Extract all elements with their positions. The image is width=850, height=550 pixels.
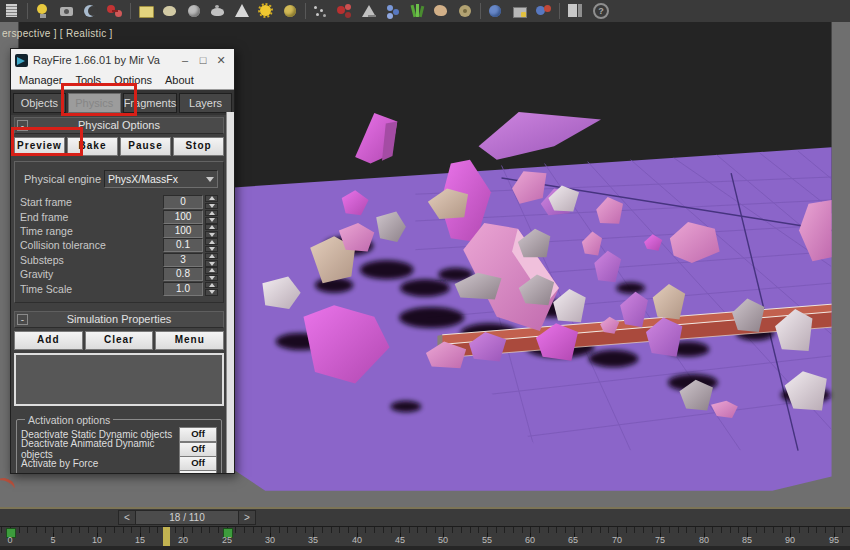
close-button[interactable]: ✕: [212, 54, 230, 67]
viewport-label[interactable]: erspective ] [ Realistic ]: [2, 28, 113, 39]
tab-physics[interactable]: Physics: [68, 93, 121, 113]
playhead-slider[interactable]: [163, 527, 170, 546]
tick-label: 70: [612, 535, 622, 545]
foliage-icon[interactable]: [406, 2, 428, 20]
tick-label: 50: [438, 535, 448, 545]
blue-sphere-icon[interactable]: [485, 2, 507, 20]
blob-icon[interactable]: [159, 2, 181, 20]
spinner[interactable]: [205, 224, 218, 238]
menu-tools[interactable]: Tools: [75, 74, 101, 86]
dialog-scrollbar[interactable]: [226, 112, 234, 473]
spinner[interactable]: [205, 238, 218, 252]
menu-about[interactable]: About: [165, 74, 194, 86]
preview-button[interactable]: Preview: [14, 137, 65, 156]
spinner[interactable]: [205, 195, 218, 209]
tick-label: 85: [742, 535, 752, 545]
spinner[interactable]: [205, 282, 218, 296]
collapse-icon[interactable]: -: [17, 314, 28, 325]
current-frame-display[interactable]: 18 / 110: [136, 510, 238, 525]
field-label: Start frame: [20, 196, 163, 208]
menu-options[interactable]: Options: [114, 74, 152, 86]
stop-button[interactable]: Stop: [173, 137, 224, 156]
coin-icon[interactable]: [454, 2, 476, 20]
maximize-button[interactable]: □: [194, 54, 212, 66]
previous-frame-button[interactable]: <: [118, 510, 136, 525]
timeline-ruler[interactable]: 0 5 10 15 20 25 30 35 40 45 50 55 60 65 …: [0, 526, 850, 546]
rayfire-window: RayFire 1.66.01 by Mir Va – □ ✕ Manager …: [10, 48, 235, 474]
sun-icon[interactable]: [255, 2, 277, 20]
tick-label: 30: [265, 535, 275, 545]
spinner[interactable]: [205, 210, 218, 224]
menu-manager[interactable]: Manager: [19, 74, 62, 86]
collision-tolerance-input[interactable]: 0.1: [163, 238, 203, 252]
activate-by-force-toggle[interactable]: Off: [179, 456, 217, 471]
spray-icon[interactable]: [310, 2, 332, 20]
question-glyph: ?: [593, 3, 609, 19]
toolbar-separator: [130, 3, 131, 19]
field-label: Time range: [20, 225, 163, 237]
main-toolbar: ?: [0, 0, 850, 23]
tick-label: 95: [829, 535, 839, 545]
activation-label: Activate by Force: [21, 458, 179, 469]
panel-icon[interactable]: [1, 2, 23, 20]
field-label: End frame: [20, 211, 163, 223]
menu-button[interactable]: Menu: [155, 331, 224, 350]
molecule-icon[interactable]: [334, 2, 356, 20]
timeline: < 18 / 110 > 0 5 10 15 20 25 30 35 40 45…: [0, 507, 850, 550]
deactivate-animated-toggle[interactable]: Off: [179, 442, 217, 457]
snowflake-icon[interactable]: [382, 2, 404, 20]
next-frame-button[interactable]: >: [238, 510, 256, 525]
gravity-input[interactable]: 0.8: [163, 267, 203, 281]
tab-layers[interactable]: Layers: [179, 93, 232, 113]
camera-icon[interactable]: [56, 2, 78, 20]
time-scale-input[interactable]: 1.0: [163, 282, 203, 296]
help-icon[interactable]: ?: [588, 2, 610, 20]
sphere-pair-icon[interactable]: [533, 2, 555, 20]
minimize-button[interactable]: –: [176, 54, 194, 66]
toolbar-separator: [305, 3, 306, 19]
hand-icon[interactable]: [430, 2, 452, 20]
substeps-input[interactable]: 3: [163, 253, 203, 267]
lightbulb-icon[interactable]: [32, 2, 54, 20]
tick-label: 45: [395, 535, 405, 545]
engine-label: Physical engine: [20, 173, 104, 185]
tab-fragments[interactable]: Fragments: [123, 93, 178, 113]
simulation-objects-list[interactable]: [14, 353, 224, 406]
toolbar-separator: [480, 3, 481, 19]
collapse-icon[interactable]: -: [17, 120, 28, 131]
bake-button[interactable]: Bake: [67, 137, 118, 156]
sphere-icon[interactable]: [183, 2, 205, 20]
physical-options-body: Physical engine PhysX/MassFx Start frame…: [14, 161, 224, 303]
tab-objects[interactable]: Objects: [13, 93, 66, 113]
geosphere-icon[interactable]: [279, 2, 301, 20]
rayfire-titlebar[interactable]: RayFire 1.66.01 by Mir Va – □ ✕: [11, 49, 234, 71]
lock-icon[interactable]: [509, 2, 531, 20]
clear-button[interactable]: Clear: [85, 331, 154, 350]
cone-icon[interactable]: [231, 2, 253, 20]
spinner[interactable]: [205, 267, 218, 281]
pyramid-icon[interactable]: [358, 2, 380, 20]
rayfire-logo-icon: [15, 54, 28, 67]
teapot-icon[interactable]: [207, 2, 229, 20]
engine-select[interactable]: PhysX/MassFx: [104, 170, 218, 188]
section-title: Physical Options: [78, 119, 160, 131]
add-button[interactable]: Add: [14, 331, 83, 350]
activate-by-geometry-toggle[interactable]: Off: [179, 470, 217, 474]
end-frame-input[interactable]: 100: [163, 210, 203, 224]
layout-icon[interactable]: [564, 2, 586, 20]
spinner[interactable]: [205, 253, 218, 267]
deactivate-static-toggle[interactable]: Off: [179, 427, 217, 442]
simulation-properties-header[interactable]: - Simulation Properties: [14, 311, 224, 328]
field-label: Gravity: [20, 268, 163, 280]
moon-icon[interactable]: [80, 2, 102, 20]
frame-indicator-row: < 18 / 110 >: [0, 509, 850, 526]
activation-label: Activate by Geometry: [21, 472, 179, 474]
box-icon[interactable]: [135, 2, 157, 20]
pause-button[interactable]: Pause: [120, 137, 171, 156]
physics-panel: - Physical Options Preview Bake Pause St…: [11, 115, 234, 474]
physical-options-header[interactable]: - Physical Options: [14, 117, 224, 134]
tick-label: 55: [482, 535, 492, 545]
red-links-icon[interactable]: [104, 2, 126, 20]
time-range-input[interactable]: 100: [163, 224, 203, 238]
start-frame-input[interactable]: 0: [163, 195, 203, 209]
